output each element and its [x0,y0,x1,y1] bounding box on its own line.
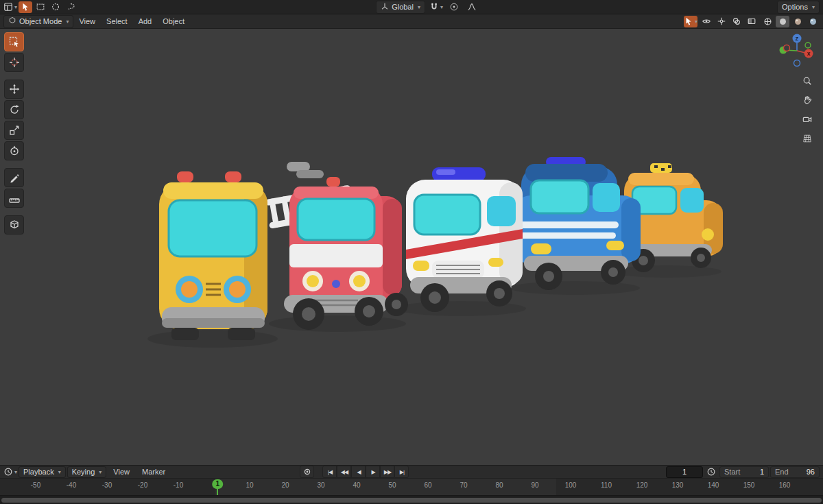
topbar: Global Options [0,0,823,14]
viewport-toggle-icons [700,16,759,27]
ruler-tick: 120 [636,481,648,489]
play-button[interactable]: ▶ [366,466,380,478]
toggle-projection-icon[interactable] [800,132,815,145]
menu-add[interactable]: Add [133,17,158,25]
gizmo-neg-z-axis[interactable] [794,60,800,67]
timeline-ruler[interactable]: 1 -50-40-30-20-1010203040506070809010011… [0,479,823,495]
ruler-tick: 10 [246,481,253,489]
timeline-scroll-region [0,495,823,504]
police-truck[interactable] [513,157,641,290]
options-label: Options [782,3,808,11]
ruler-tick: 90 [531,481,538,489]
proportional-editing-icon[interactable] [447,1,461,13]
ruler-tick: -30 [102,481,112,489]
xray-icon[interactable] [745,16,759,27]
viewport-header-right [684,16,820,27]
prev-keyframe-button[interactable]: ◀◀ [337,466,351,478]
zoom-icon[interactable] [800,74,815,88]
snap-magnet-icon[interactable] [429,1,443,13]
ruler-tick: 110 [601,481,612,489]
shading-material-icon[interactable] [791,16,804,27]
gizmo-neg-y-axis[interactable] [805,43,811,48]
menu-select[interactable]: Select [101,17,133,25]
playback-dropdown[interactable]: Playback [19,466,66,478]
current-frame-marker[interactable]: 1 [212,479,223,489]
overlays-icon[interactable] [730,16,743,27]
frame-start-field[interactable]: Start 1 [719,466,769,478]
ruler-tick: 130 [672,481,684,489]
ruler-tick: 50 [388,481,396,489]
mode-dropdown[interactable]: Object Mode [3,15,73,28]
ruler-tick: 160 [779,481,791,489]
transform-tool[interactable] [4,141,24,160]
ruler-tick: 30 [317,481,324,489]
timeline-menu-view[interactable]: View [108,468,135,476]
select-lasso-icon[interactable] [64,1,77,13]
orientation-axis-icon [381,2,389,12]
play-reverse-button[interactable]: ◀ [351,466,366,478]
school-bus[interactable] [159,171,267,340]
ruler-tick: -10 [174,481,183,489]
shading-wireframe-icon[interactable] [761,16,774,27]
camera-view-icon[interactable] [800,112,815,126]
menu-object[interactable]: Object [157,17,190,25]
navigation-gizmo[interactable]: Z X [778,32,816,70]
timeline-editor-type-icon[interactable] [3,466,17,478]
menu-view[interactable]: View [73,17,101,25]
visibility-icon[interactable] [700,16,713,27]
annotate-tool[interactable] [4,168,24,187]
select-box-tool[interactable] [4,32,24,51]
gizmo-z-label: Z [796,36,799,41]
ruler-tick: -20 [138,481,147,489]
gizmos-icon[interactable] [715,16,728,27]
timeline-menu-marker[interactable]: Marker [136,468,171,476]
editor-type-selector-icon[interactable] [3,1,17,13]
object-mode-icon [8,16,16,26]
scale-tool[interactable] [4,121,24,140]
ruler-tick: -50 [31,481,40,489]
timeline-scrollbar[interactable] [1,498,822,503]
jump-start-button[interactable]: |◀ [322,466,337,478]
fire-truck[interactable] [265,162,408,330]
ruler-tick: 140 [708,481,719,489]
transform-orientation-dropdown[interactable]: Global [376,1,425,14]
ambulance[interactable] [406,167,523,312]
current-frame-field[interactable]: 1 [666,466,703,478]
select-tweak-icon[interactable] [19,1,32,13]
proportional-falloff-icon[interactable] [465,1,479,13]
orientation-label: Global [392,3,414,11]
shading-solid-icon[interactable] [776,16,789,27]
ruler-tick: 20 [281,481,289,489]
jump-end-button[interactable]: ▶| [394,466,409,478]
current-frame-line [217,488,218,495]
ruler-tick: -40 [67,481,76,489]
keying-dropdown[interactable]: Keying [67,466,107,478]
shading-rendered-icon[interactable] [806,16,820,27]
add-cube-tool[interactable] [4,215,24,235]
rotate-tool[interactable] [4,100,24,119]
viewport-region[interactable]: Z X [0,29,823,465]
active-tool-icon[interactable] [684,16,697,27]
auto-keying-button[interactable] [300,466,314,478]
ruler-tick: 80 [495,481,503,489]
frame-end-field[interactable]: End 96 [770,466,820,478]
pan-icon[interactable] [800,93,815,107]
gizmo-neg-x-axis[interactable] [784,45,790,51]
next-keyframe-button[interactable]: ▶▶ [380,466,394,478]
shading-mode-icons [761,16,820,27]
playback-controls: |◀◀◀◀▶▶▶▶| [322,466,409,478]
viewport-3d[interactable] [0,29,823,465]
select-box-icon[interactable] [34,1,47,13]
options-button[interactable]: Options [777,1,820,14]
ruler-tick: 70 [460,481,467,489]
move-tool[interactable] [4,80,24,99]
cursor-tool[interactable] [4,53,24,72]
measure-tool[interactable] [4,189,24,208]
timeline-header: Playback Keying View Marker |◀◀◀◀▶▶▶▶| 1… [0,465,823,479]
timeline-editor: Playback Keying View Marker |◀◀◀◀▶▶▶▶| 1… [0,465,823,504]
topbar-left-icons [3,1,77,13]
ruler-tick: 150 [743,481,755,489]
use-preview-range-icon[interactable] [704,466,718,478]
select-circle-icon[interactable] [49,1,62,13]
viewport-nav-tools [800,74,815,145]
